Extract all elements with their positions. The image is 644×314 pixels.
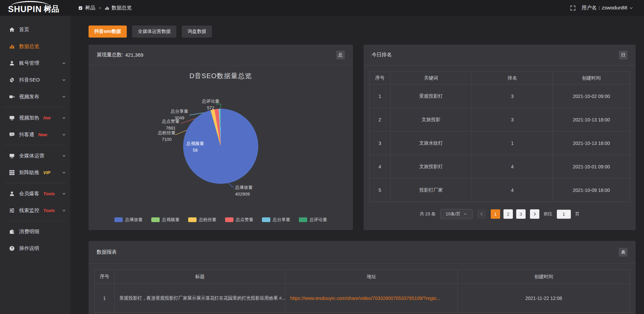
sidebar-item-badge: VIP — [43, 170, 50, 175]
prev-page-button[interactable] — [477, 209, 486, 219]
video-url-link[interactable]: https://www.iesdouyin.com/share/video/70… — [290, 296, 440, 301]
page-button[interactable]: 2 — [503, 209, 513, 219]
column-header: 关键词 — [390, 72, 472, 85]
chevron-down-icon — [62, 133, 66, 137]
sidebar-item-label: 视频加热 — [19, 115, 39, 121]
report-card-title: 数据报表 — [97, 249, 117, 255]
chevron-down-icon — [464, 212, 467, 216]
column-header: 地址 — [285, 270, 458, 284]
total-badge[interactable]: 总 — [336, 51, 345, 59]
username-dropdown[interactable]: 用户名：zswodun88 — [582, 5, 633, 11]
page-size-select[interactable]: 10条/页 — [440, 209, 473, 219]
cell-time: 2021-10-09 18:00 — [553, 178, 630, 202]
report-table-header-row: 序号标题地址创建时间 — [95, 270, 630, 284]
pie-label-总播放量: 总播放量402909 — [235, 184, 253, 197]
sidebar-item-label: 会员爆客 — [19, 191, 39, 197]
sidebar-item[interactable]: 线索监控 Tools — [0, 202, 70, 219]
cell-keyword: 文旅投影灯 — [390, 155, 472, 178]
cell-no: 3 — [370, 132, 390, 155]
ranking-table: 序号关键词排名创建时间 1 景观投影灯 3 2021-10-02 09:00 — [369, 71, 630, 202]
cell-time: 2021-10-13 18:00 — [553, 108, 630, 132]
app-square-icon — [78, 6, 83, 10]
day-badge[interactable]: 日 — [619, 51, 628, 59]
report-card-header: 数据报表 表 — [89, 241, 636, 264]
legend-item[interactable]: 总点赞量 — [225, 217, 253, 223]
bar-chart-icon — [9, 44, 15, 49]
username: 用户名：zswodun88 — [582, 5, 627, 11]
sidebar-divider — [4, 107, 66, 107]
sidebar-item[interactable]: ? 操作说明 — [0, 240, 70, 257]
chart-legend: 总播放量 总视频量 总粉丝量 — [89, 212, 353, 228]
sidebar-item[interactable]: 首页 — [0, 21, 70, 38]
sidebar-item[interactable]: 账号管理 — [0, 55, 70, 71]
legend-item[interactable]: 总播放量 — [114, 217, 143, 223]
sidebar-item[interactable]: 矩阵助推 VIP — [0, 164, 70, 181]
sidebar-item[interactable]: 抖音SEO — [0, 71, 70, 88]
page-button[interactable]: 3 — [516, 209, 526, 219]
cell-rank: 3 — [472, 108, 553, 132]
fullscreen-icon[interactable] — [570, 5, 576, 11]
table-badge[interactable]: 表 — [619, 248, 628, 257]
chevron-down-icon — [62, 171, 66, 174]
ranking-card-title: 今日排名 — [372, 52, 392, 58]
cell-time: 2021-10-13 18:00 — [553, 132, 630, 155]
topbar: SHUPIN 树品 树品 > 数据总览 用户名：zswodun88 — [0, 0, 644, 16]
person-icon — [9, 191, 15, 197]
sidebar-item-label: 消费明细 — [19, 228, 39, 235]
tab-button[interactable]: 询盘数据 — [182, 25, 212, 38]
column-header: 标题 — [115, 270, 285, 284]
ranking-table-row: 5 投影灯厂家 4 2021-10-09 18:00 — [370, 178, 630, 202]
topbar-right: 用户名：zswodun88 — [570, 5, 644, 11]
legend-label: 总评论量 — [310, 217, 327, 223]
chevron-down-icon — [62, 78, 66, 82]
cell-keyword: 文旅水纹灯 — [390, 132, 472, 155]
sidebar-item-label: 视频发布 — [19, 94, 39, 100]
report-table: 序号标题地址创建时间 1 景观投影灯，夜游景观投影灯厂家展示展示落花灯在花园里的… — [94, 269, 630, 314]
legend-marker — [188, 217, 197, 222]
sidebar-item-label: 账号管理 — [19, 60, 39, 66]
chevron-down-icon — [62, 116, 66, 120]
sidebar-item-badge: Tools — [43, 191, 55, 196]
cell-no: 1 — [370, 85, 390, 108]
column-header: 创建时间 — [458, 270, 630, 284]
breadcrumb-root[interactable]: 树品 — [85, 5, 95, 11]
cell-time: 2021-11-22 12:08 — [458, 284, 630, 313]
cell-time: 2021-10-02 09:00 — [553, 85, 630, 108]
report-card: 数据报表 表 序号标题地址创建时间 1 — [89, 241, 636, 314]
sidebar-item-label: 数据总览 — [19, 43, 39, 50]
chevron-down-icon — [62, 95, 66, 99]
page-button[interactable]: 1 — [491, 209, 500, 219]
next-page-button[interactable] — [530, 209, 539, 219]
tab-button[interactable]: 抖音seo数据 — [89, 25, 127, 38]
tab-button[interactable]: 全媒体运营数据 — [132, 25, 176, 38]
legend-marker — [225, 217, 233, 222]
cell-title: 景观投影灯，夜游景观投影灯厂家展示展示落花灯在花园里的灯光投影应用效果 #... — [115, 284, 285, 313]
logo-arc-icon — [11, 1, 50, 6]
legend-marker — [151, 217, 160, 222]
breadcrumb-current: 数据总览 — [112, 5, 132, 11]
sidebar-item[interactable]: 会员爆客 Tools — [0, 185, 70, 202]
legend-item[interactable]: 总粉丝量 — [188, 217, 216, 223]
sidebar-item[interactable]: 视频加热 Hot — [0, 109, 70, 126]
goto-page-input[interactable] — [557, 210, 571, 219]
sidebar-item[interactable]: 数据总览 — [0, 38, 70, 55]
sidebar-item[interactable]: 全媒体运营 — [0, 147, 70, 164]
sidebar-divider — [4, 221, 66, 221]
sidebar-item[interactable]: 视频发布 — [0, 88, 70, 105]
legend-item[interactable]: 总视频量 — [151, 217, 179, 223]
ranking-card-header: 今日排名 日 — [364, 45, 636, 65]
ranking-card: 今日排名 日 序号关键词排名创建时间 — [364, 45, 636, 230]
gear-icon — [9, 77, 15, 83]
sidebar-item[interactable]: 消费明细 — [0, 223, 70, 240]
column-header: 序号 — [370, 72, 390, 85]
legend-item[interactable]: 总评论量 — [299, 217, 327, 223]
legend-label: 总播放量 — [125, 217, 143, 223]
pie-label-总粉丝量: 总粉丝量7100 — [158, 129, 175, 143]
legend-marker — [114, 217, 123, 222]
cell-keyword: 投影灯厂家 — [390, 178, 472, 202]
legend-item[interactable]: 总分享量 — [262, 217, 290, 223]
main-content: 抖音seo数据 全媒体运营数据 询盘数据 展现量总数: 421,369 总 D音… — [70, 16, 644, 314]
monitor-icon — [9, 115, 15, 121]
sidebar-item-badge: New — [38, 132, 47, 137]
sidebar-item[interactable]: 抖客通 New — [0, 126, 70, 143]
